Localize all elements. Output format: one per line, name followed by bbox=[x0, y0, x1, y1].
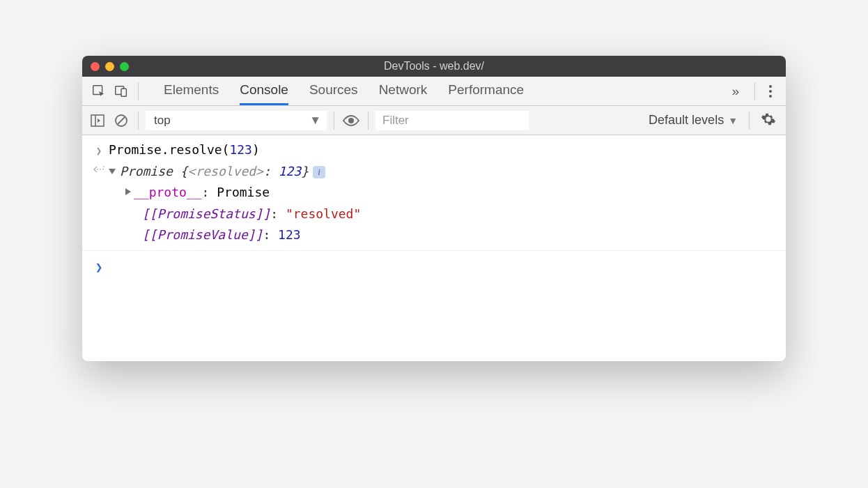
console-output-row: Promise {<resolved>: 123}i __proto__: Pr… bbox=[82, 161, 786, 246]
expand-arrow-icon[interactable] bbox=[125, 188, 131, 195]
separator bbox=[749, 112, 750, 130]
more-tabs-button[interactable]: » bbox=[722, 84, 749, 99]
tab-strip: Elements Console Sources Network Perform… bbox=[164, 77, 722, 105]
separator bbox=[334, 112, 334, 130]
titlebar: DevTools - web.dev/ bbox=[82, 56, 786, 77]
tab-sources[interactable]: Sources bbox=[309, 77, 358, 105]
output-return-icon bbox=[89, 161, 109, 246]
close-window-button[interactable] bbox=[91, 62, 100, 71]
console-input-row[interactable]: ❯ Promise.resolve(123) bbox=[82, 139, 786, 161]
minimize-window-button[interactable] bbox=[105, 62, 114, 71]
console-input-expression: Promise.resolve(123) bbox=[109, 139, 779, 161]
collapse-arrow-icon[interactable] bbox=[109, 169, 116, 174]
console-output-content[interactable]: Promise {<resolved>: 123}i __proto__: Pr… bbox=[109, 161, 779, 246]
console-settings-icon[interactable] bbox=[761, 112, 776, 130]
object-proto-row[interactable]: __proto__: Promise bbox=[125, 182, 779, 204]
tab-console[interactable]: Console bbox=[240, 77, 288, 105]
context-value: top bbox=[154, 114, 171, 128]
live-expression-icon[interactable] bbox=[341, 111, 361, 130]
toggle-sidebar-icon[interactable] bbox=[88, 111, 107, 130]
clear-console-icon[interactable] bbox=[111, 111, 131, 130]
separator bbox=[138, 112, 139, 130]
inspect-element-icon[interactable] bbox=[88, 84, 110, 99]
filter-input[interactable] bbox=[375, 111, 529, 130]
tab-elements[interactable]: Elements bbox=[164, 77, 219, 105]
separator bbox=[138, 82, 139, 100]
dropdown-icon: ▼ bbox=[309, 114, 321, 128]
log-levels-selector[interactable]: Default levels ▼ bbox=[649, 113, 738, 128]
maximize-window-button[interactable] bbox=[120, 62, 129, 71]
info-icon[interactable]: i bbox=[313, 166, 325, 178]
kebab-menu-icon[interactable] bbox=[761, 85, 780, 98]
separator bbox=[754, 82, 755, 100]
console-body: ❯ Promise.resolve(123) Promise {<resolve… bbox=[82, 135, 786, 361]
dropdown-icon: ▼ bbox=[728, 115, 738, 126]
input-chevron-icon: ❯ bbox=[89, 139, 109, 161]
object-header[interactable]: Promise {<resolved>: 123}i bbox=[109, 161, 779, 183]
console-prompt-input[interactable] bbox=[109, 255, 779, 277]
levels-label: Default levels bbox=[649, 113, 724, 128]
device-toolbar-icon[interactable] bbox=[110, 84, 132, 99]
svg-rect-2 bbox=[121, 89, 126, 96]
tab-performance[interactable]: Performance bbox=[448, 77, 524, 105]
context-selector[interactable]: top ▼ bbox=[146, 111, 327, 130]
window-title: DevTools - web.dev/ bbox=[82, 60, 786, 73]
devtools-toolbar: Elements Console Sources Network Perform… bbox=[82, 77, 786, 106]
console-prompt-row[interactable]: ❯ bbox=[82, 250, 786, 277]
prompt-chevron-icon: ❯ bbox=[89, 255, 109, 277]
tab-network[interactable]: Network bbox=[379, 77, 428, 105]
svg-point-7 bbox=[348, 118, 354, 123]
separator bbox=[368, 112, 369, 130]
svg-line-6 bbox=[118, 117, 125, 124]
devtools-window: DevTools - web.dev/ Elements Console Sou… bbox=[82, 56, 786, 361]
object-status-row[interactable]: [[PromiseStatus]]: "resolved" bbox=[142, 204, 779, 225]
object-value-row[interactable]: [[PromiseValue]]: 123 bbox=[142, 224, 779, 246]
traffic-lights bbox=[91, 62, 129, 71]
console-filter-bar: top ▼ Default levels ▼ bbox=[82, 106, 786, 135]
